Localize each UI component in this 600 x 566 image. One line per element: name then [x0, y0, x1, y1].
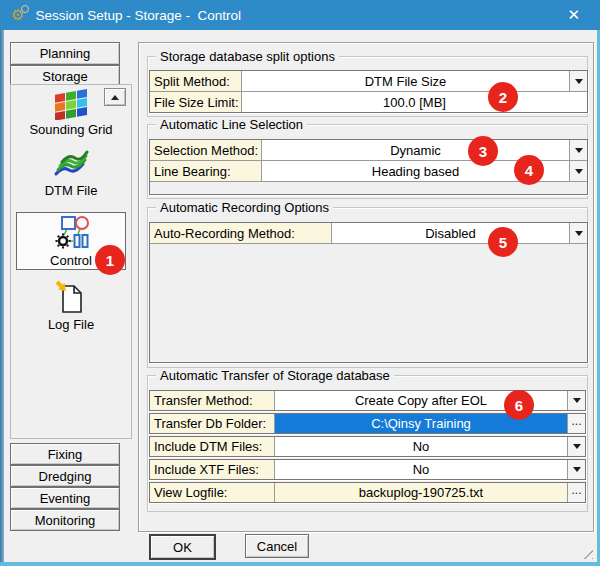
sounding-grid-icon	[53, 87, 89, 120]
dropdown-button[interactable]	[569, 223, 587, 243]
row-file-size-limit: File Size Limit: 100.0 [MB]	[150, 91, 587, 112]
list-item-dtm-file[interactable]: DTM File	[15, 145, 127, 197]
ok-button-label: OK	[173, 540, 192, 555]
chevron-down-icon	[575, 169, 583, 174]
window-border-left	[0, 30, 4, 566]
chevron-down-icon	[573, 398, 581, 403]
list-item-label: Log File	[48, 318, 94, 331]
include-xtf-files-select[interactable]: No	[275, 460, 567, 479]
row-include-dtm-files: Include DTM Files: No	[149, 436, 586, 457]
list-item-label: DTM File	[45, 184, 98, 197]
field-label: Include XTF Files:	[150, 460, 275, 479]
include-dtm-files-select[interactable]: No	[275, 437, 567, 456]
property-table: Auto-Recording Method: Disabled	[149, 222, 588, 363]
list-item-sounding-grid[interactable]: Sounding Grid	[15, 85, 127, 136]
ellipsis-icon: ...	[571, 487, 581, 498]
chevron-down-icon	[575, 231, 583, 236]
group-title: Automatic Recording Options	[156, 200, 333, 215]
window-title: Session Setup - Storage - Control	[35, 8, 241, 23]
auto-recording-method-select[interactable]: Disabled	[332, 223, 569, 243]
group-automatic-recording-options: Automatic Recording Options Auto-Recordi…	[147, 207, 588, 368]
list-item-log-file[interactable]: Log File	[15, 277, 127, 331]
row-view-logfile: View Logfile: backuplog-190725.txt ...	[149, 482, 586, 503]
sidebar-item-eventing[interactable]: Eventing	[10, 487, 120, 509]
cancel-button-label: Cancel	[257, 539, 297, 554]
session-setup-dialog: ⚙ Session Setup - Storage - Control ✕ Pl…	[0, 0, 600, 566]
gear-icon: ⚙	[11, 8, 24, 23]
chevron-down-icon	[575, 148, 583, 153]
row-include-xtf-files: Include XTF Files: No	[149, 459, 586, 480]
row-auto-recording-method: Auto-Recording Method: Disabled	[150, 223, 587, 243]
dropdown-button[interactable]	[567, 437, 585, 456]
resize-grip-icon[interactable]	[580, 546, 593, 559]
browse-button[interactable]: ...	[567, 414, 585, 433]
field-label: Auto-Recording Method:	[150, 223, 332, 243]
list-item-label: Control	[50, 254, 92, 267]
ellipsis-icon: ...	[571, 418, 581, 429]
callout-badge-4: 4	[514, 155, 544, 185]
field-label: View Logfile:	[150, 483, 275, 502]
control-icon	[52, 215, 90, 251]
browse-button[interactable]: ...	[567, 483, 585, 502]
ok-button[interactable]: OK	[149, 534, 216, 560]
callout-badge-6: 6	[504, 390, 534, 420]
row-split-method: Split Method: DTM File Size	[150, 71, 587, 91]
sidebar-item-fixing[interactable]: Fixing	[10, 443, 120, 465]
sidebar-item-label: Dredging	[39, 469, 92, 484]
file-size-limit-field[interactable]: 100.0 [MB]	[242, 92, 587, 112]
list-item-label: Sounding Grid	[29, 123, 112, 136]
dropdown-button[interactable]	[569, 71, 587, 91]
property-table: Split Method: DTM File Size File Size Li…	[149, 70, 588, 113]
dropdown-button[interactable]	[567, 460, 585, 479]
group-title: Automatic Line Selection	[156, 117, 307, 132]
split-method-select[interactable]: DTM File Size	[242, 71, 569, 91]
close-icon[interactable]: ✕	[567, 6, 580, 24]
dtm-file-icon	[53, 147, 89, 181]
sidebar-item-label: Planning	[40, 46, 91, 61]
field-label: Selection Method:	[150, 140, 262, 160]
callout-badge-1: 1	[95, 245, 125, 275]
group-storage-split-options: Storage database split options Split Met…	[147, 56, 588, 117]
field-label: Line Bearing:	[150, 161, 262, 181]
callout-badge-3: 3	[468, 136, 498, 166]
sidebar-item-label: Eventing	[40, 491, 91, 506]
chevron-down-icon	[575, 79, 583, 84]
window-border-bottom	[0, 562, 600, 566]
table-filler	[150, 243, 587, 362]
cancel-button[interactable]: Cancel	[245, 534, 309, 558]
sidebar-item-label: Fixing	[48, 447, 83, 462]
field-label: Split Method:	[150, 71, 242, 91]
log-file-icon	[54, 279, 88, 315]
chevron-down-icon	[573, 444, 581, 449]
field-label: Transfer Method:	[150, 391, 275, 410]
callout-badge-5: 5	[488, 227, 518, 257]
sidebar-item-dredging[interactable]: Dredging	[10, 465, 120, 487]
field-label: Include DTM Files:	[150, 437, 275, 456]
titlebar: ⚙ Session Setup - Storage - Control ✕	[0, 0, 600, 30]
field-label: File Size Limit:	[150, 92, 242, 112]
dropdown-button[interactable]	[569, 161, 587, 181]
dropdown-button[interactable]	[567, 391, 585, 410]
dropdown-button[interactable]	[569, 140, 587, 160]
sidebar-item-label: Storage	[42, 69, 88, 84]
sidebar-item-label: Monitoring	[35, 513, 96, 528]
field-label: Transfer Db Folder:	[150, 414, 275, 433]
sidebar-item-monitoring[interactable]: Monitoring	[10, 509, 120, 531]
group-title: Storage database split options	[156, 49, 339, 64]
group-title: Automatic Transfer of Storage database	[156, 368, 394, 383]
sidebar-item-planning[interactable]: Planning	[10, 42, 120, 65]
chevron-down-icon	[573, 467, 581, 472]
gear-ring-icon	[21, 5, 29, 13]
view-logfile-field[interactable]: backuplog-190725.txt	[275, 483, 567, 502]
callout-badge-2: 2	[488, 82, 518, 112]
